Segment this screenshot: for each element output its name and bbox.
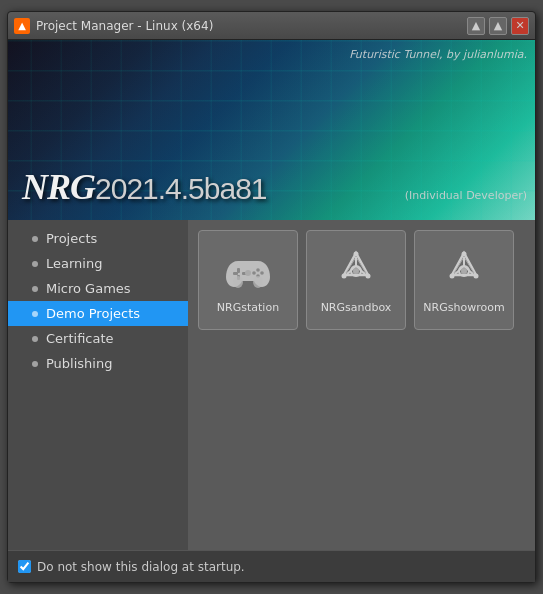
project-card-nrgshowroom[interactable]: NRGshowroom bbox=[414, 230, 514, 330]
svg-point-7 bbox=[252, 271, 256, 275]
nrg-icon-showroom bbox=[440, 247, 488, 295]
nrg-icon-sandbox bbox=[332, 247, 380, 295]
svg-point-4 bbox=[256, 268, 260, 272]
svg-point-9 bbox=[233, 276, 243, 288]
banner: Futuristic Tunnel, by julianlumia. NRG20… bbox=[8, 40, 535, 220]
projects-grid: NRGstation bbox=[198, 230, 525, 330]
titlebar-title: Project Manager - Linux (x64) bbox=[36, 19, 467, 33]
minimize-button[interactable]: ▲ bbox=[467, 17, 485, 35]
svg-point-19 bbox=[342, 273, 347, 278]
project-card-nrgsandbox[interactable]: NRGsandbox bbox=[306, 230, 406, 330]
footer: Do not show this dialog at startup. bbox=[8, 550, 535, 582]
sidebar-item-label-learning: Learning bbox=[46, 256, 102, 271]
banner-license: (Individual Developer) bbox=[405, 189, 527, 202]
sidebar-item-publishing[interactable]: Publishing bbox=[8, 351, 188, 376]
project-card-label-nrgshowroom: NRGshowroom bbox=[423, 301, 504, 314]
svg-point-28 bbox=[474, 273, 479, 278]
titlebar-icon: ▲ bbox=[14, 18, 30, 34]
startup-checkbox-text: Do not show this dialog at startup. bbox=[37, 560, 245, 574]
svg-point-5 bbox=[260, 271, 264, 275]
sidebar-item-label-projects: Projects bbox=[46, 231, 97, 246]
projects-panel: NRGstation bbox=[188, 220, 535, 550]
svg-point-30 bbox=[461, 268, 467, 274]
sidebar-item-label-publishing: Publishing bbox=[46, 356, 112, 371]
sidebar-item-certificate[interactable]: Certificate bbox=[8, 326, 188, 351]
sidebar-item-demo-projects[interactable]: Demo Projects bbox=[8, 301, 188, 326]
svg-point-27 bbox=[462, 251, 467, 256]
svg-point-20 bbox=[353, 268, 359, 274]
main-window: ▲ Project Manager - Linux (x64) ▲ ▲ ✕ Fu… bbox=[7, 11, 536, 583]
banner-logo-nrg: NRG bbox=[22, 167, 95, 207]
content-area: Futuristic Tunnel, by julianlumia. NRG20… bbox=[8, 40, 535, 550]
controller-icon bbox=[224, 247, 272, 295]
titlebar: ▲ Project Manager - Linux (x64) ▲ ▲ ✕ bbox=[8, 12, 535, 40]
banner-logo-version: 2021.4.5ba81 bbox=[95, 172, 267, 205]
sidebar-item-micro-games[interactable]: Micro Games bbox=[8, 276, 188, 301]
sidebar-item-label-micro-games: Micro Games bbox=[46, 281, 131, 296]
svg-point-17 bbox=[354, 251, 359, 256]
banner-credit: Futuristic Tunnel, by julianlumia. bbox=[349, 48, 527, 61]
maximize-button[interactable]: ▲ bbox=[489, 17, 507, 35]
sidebar-item-label-demo-projects: Demo Projects bbox=[46, 306, 140, 321]
sidebar-item-projects[interactable]: Projects bbox=[8, 226, 188, 251]
startup-checkbox[interactable] bbox=[18, 560, 31, 573]
svg-point-18 bbox=[366, 273, 371, 278]
project-card-label-nrgsandbox: NRGsandbox bbox=[321, 301, 392, 314]
sidebar: Projects Learning Micro Games Demo Proje… bbox=[8, 220, 188, 550]
sidebar-item-learning[interactable]: Learning bbox=[8, 251, 188, 276]
svg-point-29 bbox=[450, 273, 455, 278]
close-button[interactable]: ✕ bbox=[511, 17, 529, 35]
titlebar-buttons: ▲ ▲ ✕ bbox=[467, 17, 529, 35]
svg-point-8 bbox=[245, 270, 251, 276]
svg-rect-2 bbox=[237, 268, 240, 273]
project-card-label-nrgstation: NRGstation bbox=[217, 301, 279, 314]
banner-logo: NRG2021.4.5ba81 bbox=[22, 166, 267, 208]
sidebar-item-label-certificate: Certificate bbox=[46, 331, 114, 346]
main-content: Projects Learning Micro Games Demo Proje… bbox=[8, 220, 535, 550]
svg-point-10 bbox=[253, 276, 263, 288]
startup-checkbox-label[interactable]: Do not show this dialog at startup. bbox=[18, 560, 245, 574]
project-card-nrgstation[interactable]: NRGstation bbox=[198, 230, 298, 330]
